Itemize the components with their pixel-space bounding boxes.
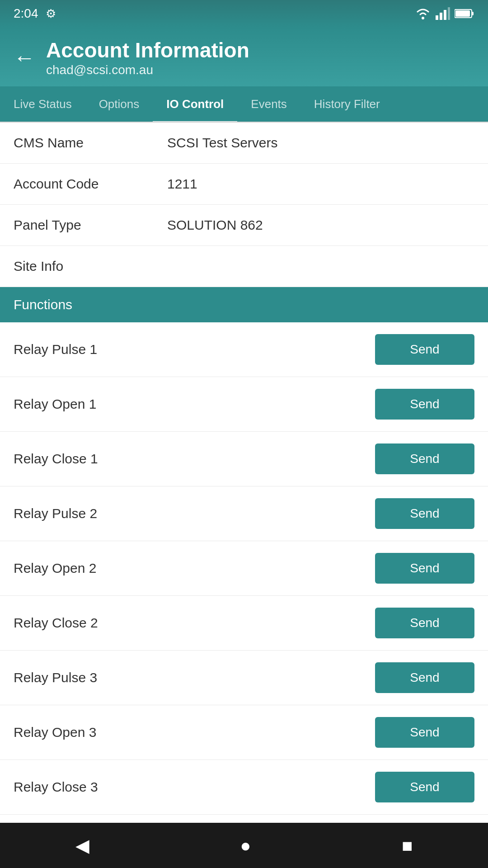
function-row-5: Relay Close 2Send (0, 596, 488, 651)
header-text: Account Information chad@scsi.com.au (46, 38, 249, 77)
tab-events[interactable]: Events (237, 87, 300, 123)
function-send-button-2[interactable]: Send (375, 443, 474, 474)
function-send-button-6[interactable]: Send (375, 662, 474, 693)
svg-rect-6 (455, 10, 470, 17)
info-value-2: SOLUTION 862 (167, 217, 263, 233)
function-name-3: Relay Pulse 2 (14, 506, 97, 521)
wifi-icon (415, 7, 431, 20)
info-value-1: 1211 (167, 176, 197, 192)
functions-header: Functions (0, 287, 488, 322)
info-row-1: Account Code1211 (0, 164, 488, 205)
status-bar-right (415, 7, 474, 20)
function-send-button-7[interactable]: Send (375, 717, 474, 748)
function-send-button-5[interactable]: Send (375, 608, 474, 638)
function-row-7: Relay Open 3Send (0, 705, 488, 760)
svg-rect-1 (436, 15, 438, 20)
function-send-button-4[interactable]: Send (375, 553, 474, 584)
function-send-button-8[interactable]: Send (375, 772, 474, 802)
function-row-4: Relay Open 2Send (0, 541, 488, 596)
tab-history-filter[interactable]: History Filter (300, 87, 394, 123)
tab-bar: Live StatusOptionsIO ControlEventsHistor… (0, 86, 488, 123)
svg-rect-7 (472, 12, 474, 15)
info-value-0: SCSI Test Servers (167, 135, 278, 151)
nav-back-button[interactable]: ◀ (62, 830, 103, 860)
function-name-4: Relay Open 2 (14, 561, 96, 576)
function-send-button-0[interactable]: Send (375, 334, 474, 365)
tab-options[interactable]: Options (85, 87, 153, 123)
back-button[interactable]: ← (14, 47, 35, 69)
function-row-1: Relay Open 1Send (0, 377, 488, 432)
info-label-1: Account Code (14, 176, 167, 192)
status-bar-left: 2:04 ⚙ (14, 6, 415, 21)
info-row-2: Panel TypeSOLUTION 862 (0, 205, 488, 246)
info-label-0: CMS Name (14, 135, 167, 151)
nav-bar: ◀ ● ■ (0, 823, 488, 868)
function-row-2: Relay Close 1Send (0, 432, 488, 486)
header: ← Account Information chad@scsi.com.au (0, 27, 488, 86)
info-label-3: Site Info (14, 259, 167, 274)
svg-rect-4 (448, 7, 450, 20)
page-title: Account Information (46, 38, 249, 63)
svg-rect-3 (444, 10, 446, 20)
account-email: chad@scsi.com.au (46, 63, 249, 77)
status-bar: 2:04 ⚙ (0, 0, 488, 27)
nav-recent-button[interactable]: ■ (388, 831, 426, 860)
function-row-0: Relay Pulse 1Send (0, 322, 488, 377)
function-row-6: Relay Pulse 3Send (0, 651, 488, 705)
function-row-8: Relay Close 3Send (0, 760, 488, 815)
battery-icon (455, 8, 474, 19)
tab-live-status[interactable]: Live Status (0, 87, 85, 123)
info-row-3: Site Info (0, 246, 488, 287)
function-name-2: Relay Close 1 (14, 451, 98, 467)
info-row-0: CMS NameSCSI Test Servers (0, 123, 488, 164)
function-send-button-1[interactable]: Send (375, 389, 474, 420)
gear-icon: ⚙ (46, 7, 56, 21)
function-name-5: Relay Close 2 (14, 615, 98, 631)
tab-io-control[interactable]: IO Control (153, 87, 237, 123)
svg-rect-2 (440, 13, 442, 20)
svg-point-0 (422, 17, 424, 19)
function-row-3: Relay Pulse 2Send (0, 486, 488, 541)
function-send-button-3[interactable]: Send (375, 498, 474, 529)
function-list: Relay Pulse 1SendRelay Open 1SendRelay C… (0, 322, 488, 868)
info-label-2: Panel Type (14, 217, 167, 233)
function-name-0: Relay Pulse 1 (14, 342, 97, 357)
function-name-7: Relay Open 3 (14, 725, 96, 740)
function-name-1: Relay Open 1 (14, 396, 96, 412)
nav-home-button[interactable]: ● (226, 831, 264, 860)
status-time: 2:04 (14, 6, 38, 21)
function-name-8: Relay Close 3 (14, 779, 98, 795)
account-info-section: CMS NameSCSI Test ServersAccount Code121… (0, 123, 488, 287)
function-name-6: Relay Pulse 3 (14, 670, 97, 685)
signal-icon (436, 7, 450, 20)
